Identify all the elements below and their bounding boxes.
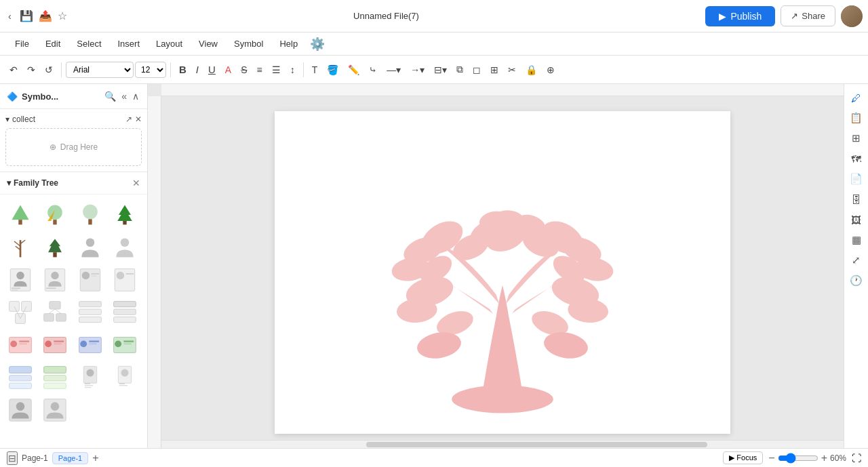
menu-view[interactable]: View xyxy=(192,36,224,52)
line-style-button[interactable]: —▾ xyxy=(382,62,405,78)
right-panel-data[interactable]: 🗄 xyxy=(847,190,866,209)
crop-button[interactable]: ✂ xyxy=(504,62,520,78)
star-button[interactable]: ☆ xyxy=(58,9,67,22)
save-button[interactable]: 💾 xyxy=(20,9,33,22)
scroll-thumb[interactable] xyxy=(366,442,707,447)
focus-button[interactable]: ▶ Focus xyxy=(723,451,763,464)
symbol-item-layout2[interactable] xyxy=(40,363,70,392)
right-panel-layers[interactable]: 📋 xyxy=(847,108,866,127)
svg-rect-24 xyxy=(80,269,100,291)
menu-select[interactable]: Select xyxy=(70,36,108,52)
line-height-button[interactable]: ↕ xyxy=(286,62,299,78)
symbol-item-person1[interactable] xyxy=(75,232,105,262)
expand-up-button[interactable]: ∧ xyxy=(131,89,140,103)
layer-button[interactable]: ⧉ xyxy=(452,61,467,78)
zoom-out-button[interactable]: − xyxy=(768,452,774,464)
symbol-item-tree3[interactable] xyxy=(75,200,105,230)
drag-zone[interactable]: ⊕ Drag Here xyxy=(5,128,142,166)
undo-button[interactable]: ↶ xyxy=(5,62,22,78)
right-panel-history[interactable]: 🕐 xyxy=(847,271,866,290)
symbol-item-layout1[interactable] xyxy=(5,363,35,392)
menu-insert[interactable]: Insert xyxy=(111,36,147,52)
ai-button[interactable]: ⚙️ xyxy=(307,37,328,52)
right-panel-style[interactable]: 🖊 xyxy=(847,88,866,107)
sidebar-toggle[interactable]: ⊟ xyxy=(7,451,18,465)
share-file-button[interactable]: 📤 xyxy=(39,9,52,22)
symbol-item-colored3[interactable] xyxy=(75,330,105,360)
zoom-in-button[interactable]: + xyxy=(821,452,827,464)
chevron-down-icon: ▾ xyxy=(5,115,9,124)
zoom-level: 60% xyxy=(830,453,846,463)
arrow-style-button[interactable]: →▾ xyxy=(406,62,429,78)
pen-button[interactable]: ✏️ xyxy=(344,62,363,78)
publish-button[interactable]: ▶ Publish xyxy=(705,6,775,26)
search-button[interactable]: 🔍 xyxy=(103,89,117,103)
symbol-item-card4[interactable] xyxy=(110,265,140,295)
italic-button[interactable]: I xyxy=(192,61,203,78)
close-family-button[interactable]: ✕ xyxy=(132,178,140,188)
align-button[interactable]: ≡ xyxy=(253,62,267,78)
symbol-item-portrait1[interactable] xyxy=(75,363,105,392)
text-box-button[interactable]: T xyxy=(308,62,322,78)
back-button[interactable]: ‹ xyxy=(5,8,14,24)
symbol-item-person2[interactable] xyxy=(110,232,140,262)
right-panel-grid[interactable]: ⊞ xyxy=(847,129,866,148)
active-page-tab[interactable]: Page-1 xyxy=(52,452,88,464)
right-panel-image[interactable]: 🖼 xyxy=(847,210,866,229)
symbol-item-template2[interactable] xyxy=(40,298,70,327)
right-panel-pages[interactable]: 📄 xyxy=(847,169,866,188)
symbol-item-colored1[interactable] xyxy=(5,330,35,360)
right-panel-expand[interactable]: ⤢ xyxy=(847,251,866,270)
menu-symbol[interactable]: Symbol xyxy=(227,36,270,52)
distribute-button[interactable]: ⊞ xyxy=(486,62,502,78)
connector-button[interactable]: ⤷ xyxy=(365,62,381,78)
symbol-item-colored2[interactable] xyxy=(40,330,70,360)
fill-button[interactable]: 🪣 xyxy=(323,62,342,78)
reset-button[interactable]: ↺ xyxy=(41,62,57,78)
more-button[interactable]: ⊕ xyxy=(542,62,559,78)
strikethrough-button[interactable]: S xyxy=(237,62,251,78)
share-button[interactable]: ↗ Share xyxy=(781,5,835,26)
right-panel-map[interactable]: 🗺 xyxy=(847,149,866,168)
collapse-button[interactable]: « xyxy=(120,89,128,103)
right-panel-table[interactable]: ▦ xyxy=(847,230,866,249)
zoom-slider[interactable] xyxy=(778,453,818,464)
symbol-item-tree4[interactable] xyxy=(110,200,140,230)
svg-rect-71 xyxy=(84,383,90,384)
symbol-item-tree6[interactable] xyxy=(40,232,70,262)
list-button[interactable]: ☰ xyxy=(268,62,285,78)
horizontal-scrollbar[interactable] xyxy=(161,440,844,448)
border-button[interactable]: ⊟▾ xyxy=(430,62,451,78)
shadow-button[interactable]: ◻ xyxy=(469,62,485,78)
symbol-item-template1[interactable] xyxy=(5,298,35,327)
menu-help[interactable]: Help xyxy=(273,36,304,52)
symbol-item-tree2[interactable] xyxy=(40,200,70,230)
menu-file[interactable]: File xyxy=(8,36,36,52)
underline-button[interactable]: U xyxy=(204,61,220,78)
symbol-item-card3[interactable] xyxy=(75,265,105,295)
add-page-button[interactable]: + xyxy=(92,452,98,464)
avatar[interactable] xyxy=(841,5,863,27)
symbol-item-person3[interactable] xyxy=(5,395,35,425)
symbol-item-person4[interactable] xyxy=(40,395,70,425)
lock-button[interactable]: 🔒 xyxy=(521,62,541,78)
bold-button[interactable]: B xyxy=(175,61,191,78)
symbol-item-portrait2[interactable] xyxy=(110,363,140,392)
close-collect-button[interactable]: ✕ xyxy=(135,115,142,124)
symbol-item-colored4[interactable] xyxy=(110,330,140,360)
menu-edit[interactable]: Edit xyxy=(39,36,67,52)
font-selector[interactable]: Arial xyxy=(66,62,134,78)
symbol-item-card2[interactable] xyxy=(40,265,70,295)
page-canvas[interactable] xyxy=(275,111,730,434)
symbol-item-template4[interactable] xyxy=(110,298,140,327)
menu-layout[interactable]: Layout xyxy=(149,36,189,52)
font-color-button[interactable]: A xyxy=(221,62,235,78)
redo-button[interactable]: ↷ xyxy=(23,62,39,78)
fullscreen-button[interactable]: ⛶ xyxy=(852,453,861,464)
symbol-item-tree5[interactable] xyxy=(5,232,35,262)
symbol-item-template3[interactable] xyxy=(75,298,105,327)
symbol-item-tree1[interactable] xyxy=(5,200,35,230)
external-link-button[interactable]: ↗ xyxy=(125,115,132,124)
symbol-item-card1[interactable] xyxy=(5,265,35,295)
font-size-selector[interactable]: 12 xyxy=(135,62,166,78)
